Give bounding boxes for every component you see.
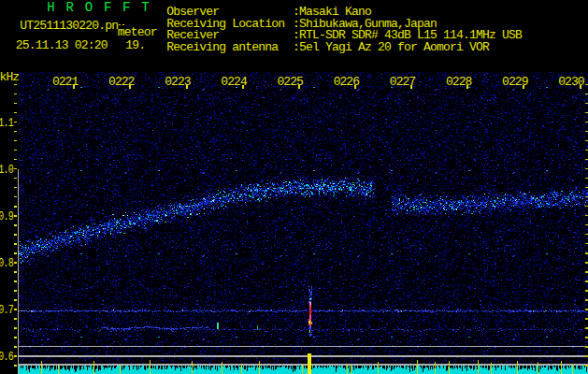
svg-text:0223: 0223	[165, 75, 191, 89]
svg-text:0226: 0226	[334, 75, 360, 89]
svg-text:0224: 0224	[221, 75, 248, 89]
svg-text:meteor: meteor	[118, 25, 157, 39]
svg-text:0.9: 0.9	[0, 210, 13, 223]
svg-text:O: O	[85, 0, 93, 15]
svg-text:0229: 0229	[502, 75, 528, 89]
svg-text:F: F	[122, 0, 130, 15]
svg-text:0.8: 0.8	[0, 257, 13, 269]
svg-text:0230: 0230	[558, 75, 584, 89]
svg-text:Receiving antenna: Receiving antenna	[166, 40, 279, 54]
svg-text:0.6: 0.6	[0, 351, 13, 363]
svg-text:0228: 0228	[446, 75, 472, 89]
svg-text:0221: 0221	[52, 75, 79, 89]
svg-text:0225: 0225	[278, 75, 304, 89]
svg-text:F: F	[104, 0, 111, 15]
svg-text:H: H	[47, 0, 54, 15]
svg-text::5el Yagi Az 20 for Aomori VOR: :5el Yagi Az 20 for Aomori VOR	[293, 40, 490, 54]
svg-text:T: T	[141, 0, 149, 15]
svg-text:1.0: 1.0	[0, 164, 13, 176]
svg-text:UT2511130220.pn: UT2511130220.pn	[20, 19, 118, 33]
svg-text:R: R	[66, 0, 75, 15]
svg-text:0227: 0227	[390, 75, 416, 89]
svg-text:19.: 19.	[125, 38, 145, 52]
svg-text:0.7: 0.7	[0, 304, 13, 316]
svg-text:0222: 0222	[108, 75, 135, 89]
svg-text:kHz: kHz	[0, 70, 19, 84]
svg-text:25.11.13 02:20: 25.11.13 02:20	[16, 38, 108, 52]
svg-text:1.1: 1.1	[0, 117, 14, 129]
